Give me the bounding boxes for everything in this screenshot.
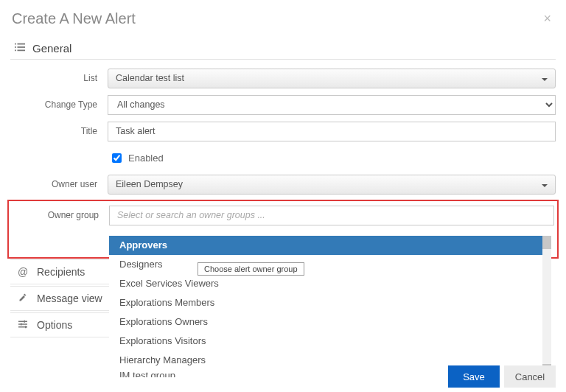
owner-group-option[interactable]: Approvers	[109, 236, 542, 255]
owner-group-option[interactable]: Designers	[109, 255, 542, 274]
edit-icon	[18, 293, 28, 304]
owner-group-placeholder: Select or search an owner groups ...	[117, 210, 265, 220]
section-message-view-label: Message view	[37, 293, 102, 304]
save-button[interactable]: Save	[448, 365, 500, 388]
svg-rect-6	[18, 321, 27, 323]
options-icon	[18, 319, 28, 331]
row-change-type: Change Type All changes	[10, 94, 556, 116]
section-options[interactable]: Options	[10, 312, 111, 337]
owner-group-option-list: Approvers Designers Excel Services Viewe…	[109, 236, 542, 370]
owner-group-option[interactable]: Excel Services Viewers	[109, 274, 542, 293]
svg-rect-9	[24, 321, 26, 323]
label-title: Title	[10, 126, 108, 136]
at-icon: @	[18, 266, 28, 278]
dialog-title: Create A New Alert	[12, 10, 136, 27]
create-alert-dialog: Create A New Alert × General List Calend…	[0, 0, 566, 392]
enabled-checkbox-label[interactable]: Enabled	[108, 151, 556, 165]
row-enabled: Enabled	[10, 147, 556, 169]
svg-rect-10	[21, 323, 22, 326]
section-message-view[interactable]: Message view	[10, 286, 111, 311]
section-options-label: Options	[37, 319, 72, 331]
title-input[interactable]	[108, 122, 556, 141]
owner-group-option[interactable]: Explorations Visitors	[109, 332, 542, 351]
label-change-type: Change Type	[10, 99, 108, 110]
dialog-footer: Save Cancel	[448, 365, 556, 388]
owner-group-option[interactable]: Explorations Owners	[109, 312, 542, 332]
list-icon	[15, 42, 25, 55]
svg-rect-5	[18, 50, 26, 52]
owner-group-option[interactable]: Explorations Members	[109, 293, 542, 312]
change-type-select[interactable]: All changes	[108, 95, 556, 115]
svg-rect-7	[18, 323, 27, 325]
section-recipients[interactable]: @ Recipients	[10, 259, 111, 284]
svg-rect-4	[15, 50, 16, 52]
svg-rect-2	[15, 46, 16, 48]
list-dropdown[interactable]: Calendar test list	[108, 69, 556, 88]
chevron-down-icon	[542, 73, 548, 83]
enabled-text: Enabled	[128, 153, 164, 164]
scrollbar-thumb-top[interactable]	[542, 236, 551, 249]
owner-group-tooltip: Choose alert owner group	[198, 262, 304, 276]
owner-group-dropdown[interactable]: Approvers Designers Excel Services Viewe…	[109, 236, 551, 377]
svg-rect-3	[18, 46, 26, 48]
list-dropdown-value: Calendar test list	[116, 73, 184, 83]
side-sections: @ Recipients Message view Options	[10, 258, 111, 339]
owner-user-dropdown[interactable]: Eileen Dempsey	[108, 175, 556, 195]
svg-rect-0	[15, 43, 16, 45]
label-owner-user: Owner user	[10, 179, 108, 189]
scrollbar-track[interactable]	[542, 236, 551, 377]
section-recipients-label: Recipients	[37, 266, 85, 278]
section-general-label: General	[32, 42, 71, 55]
row-owner-user: Owner user Eileen Dempsey	[10, 173, 556, 195]
enabled-checkbox[interactable]	[112, 153, 122, 163]
cancel-button[interactable]: Cancel	[504, 365, 556, 388]
row-owner-group: Owner group Select or search an owner gr…	[12, 204, 554, 226]
svg-rect-11	[25, 326, 27, 328]
owner-group-input[interactable]: Select or search an owner groups ...	[109, 206, 554, 225]
svg-rect-1	[18, 43, 26, 45]
owner-user-value: Eileen Dempsey	[116, 179, 183, 189]
chevron-down-icon	[542, 179, 548, 189]
dialog-header: Create A New Alert ×	[10, 7, 556, 33]
label-owner-group: Owner group	[12, 210, 109, 220]
row-title: Title	[10, 120, 556, 142]
row-list: List Calendar test list	[10, 67, 556, 89]
label-list: List	[10, 73, 108, 83]
close-button[interactable]: ×	[539, 11, 556, 27]
section-general-header[interactable]: General	[10, 38, 556, 60]
